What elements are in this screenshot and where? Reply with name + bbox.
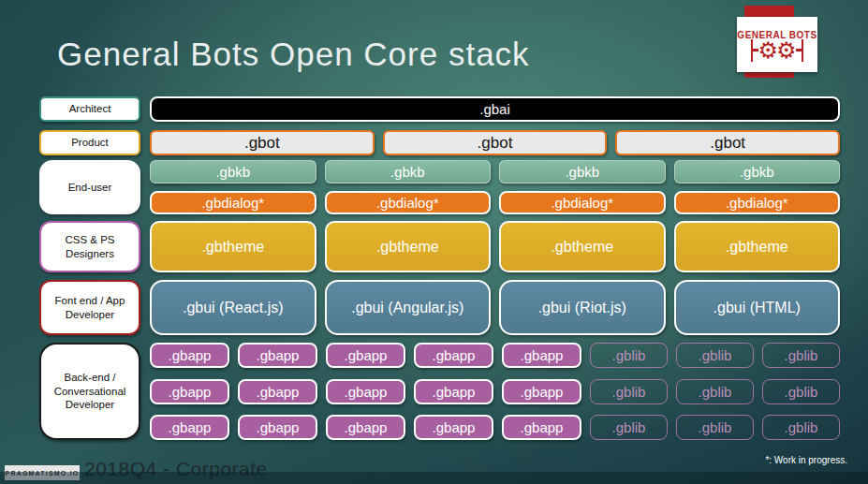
row-frontend: Font end / App Developer.gbui (React.js)… [39, 280, 840, 335]
row-end-user: End-user.gbkb.gbkb.gbkb.gbkb.gbdialog*.g… [39, 160, 840, 214]
row-label-product: Product [39, 130, 140, 155]
box-gblib: .gblib [762, 415, 840, 440]
work-in-progress-note: *: Work in progress. [765, 455, 847, 465]
box-gbkb: .gbkb [499, 160, 666, 183]
box-gbot: .gbot [383, 130, 608, 155]
box-gbapp: .gbapp [414, 379, 493, 404]
stack-line: .gbapp.gbapp.gbapp.gbapp.gbapp.gblib.gbl… [150, 343, 840, 368]
box-gbapp: .gbapp [150, 415, 229, 440]
box-gbapp: .gbapp [502, 415, 581, 440]
box-gbkb: .gbkb [150, 160, 316, 183]
row-content-architect: .gbai [150, 96, 840, 122]
row-content-backend: .gbapp.gbapp.gbapp.gbapp.gbapp.gblib.gbl… [150, 343, 840, 440]
gears-icon: ⚙ ⚙ [751, 39, 803, 62]
row-label-architect: Architect [39, 96, 140, 122]
row-content-product: .gbot.gbot.gbot [150, 130, 840, 155]
box-gbot: .gbot [150, 130, 375, 155]
row-label-designers: CSS & PS Designers [39, 221, 140, 272]
stack-line: .gbui (React.js).gbui (Angular.js).gbui … [150, 280, 840, 335]
row-backend: Back-end / Conversational Developer.gbap… [39, 343, 840, 440]
box-gbui: .gbui (HTML) [674, 280, 841, 335]
box-gbdialog: .gbdialog* [150, 191, 316, 214]
row-architect: Architect.gbai [39, 96, 840, 122]
box-gblib: .gblib [676, 379, 754, 404]
box-gbdialog: .gbdialog* [674, 191, 841, 214]
box-gbkb: .gbkb [674, 160, 841, 183]
stack-line: .gbtheme.gbtheme.gbtheme.gbtheme [150, 221, 840, 272]
box-gblib: .gblib [676, 415, 754, 440]
row-label-backend: Back-end / Conversational Developer [39, 343, 140, 440]
box-gbapp: .gbapp [502, 343, 581, 368]
box-gblib: .gblib [590, 379, 668, 404]
bottom-bar [0, 472, 868, 484]
box-gblib: .gblib [590, 343, 668, 368]
box-gbkb: .gbkb [325, 160, 492, 183]
stack-line: .gbapp.gbapp.gbapp.gbapp.gbapp.gblib.gbl… [150, 415, 840, 440]
row-content-end-user: .gbkb.gbkb.gbkb.gbkb.gbdialog*.gbdialog*… [150, 160, 840, 214]
box-gbapp: .gbapp [238, 343, 317, 368]
box-gblib: .gblib [762, 343, 840, 368]
box-gbapp: .gbapp [326, 343, 405, 368]
box-gbapp: .gbapp [150, 379, 229, 404]
row-content-designers: .gbtheme.gbtheme.gbtheme.gbtheme [150, 221, 840, 272]
box-gbapp: .gbapp [326, 379, 405, 404]
box-gbot: .gbot [615, 130, 840, 155]
box-gbapp: .gbapp [326, 415, 405, 440]
slide: General Bots Open Core stack GENERAL BOT… [0, 0, 868, 484]
box-gbapp: .gbapp [238, 379, 317, 404]
box-gbapp: .gbapp [150, 343, 229, 368]
row-label-frontend: Font end / App Developer [39, 280, 140, 335]
box-gbtheme: .gbtheme [325, 221, 492, 272]
box-gbai: .gbai [150, 96, 840, 122]
box-gbui: .gbui (Riot.js) [499, 280, 666, 335]
logo-bar-right [802, 39, 804, 62]
box-gbdialog: .gbdialog* [499, 191, 666, 214]
row-label-end-user: End-user [39, 160, 140, 214]
row-content-frontend: .gbui (React.js).gbui (Angular.js).gbui … [150, 280, 840, 335]
box-gblib: .gblib [762, 379, 840, 404]
box-gblib: .gblib [590, 415, 668, 440]
box-gbapp: .gbapp [414, 343, 493, 368]
gear-icon: ⚙ [758, 39, 778, 62]
stack-line: .gbkb.gbkb.gbkb.gbkb [150, 160, 840, 183]
stack-line: .gbot.gbot.gbot [150, 130, 840, 155]
box-gbui: .gbui (React.js) [150, 280, 316, 335]
box-gbtheme: .gbtheme [150, 221, 316, 272]
box-gbui: .gbui (Angular.js) [325, 280, 492, 335]
box-gbapp: .gbapp [502, 379, 581, 404]
general-bots-logo: GENERAL BOTS ⚙ ⚙ [737, 17, 817, 72]
box-gbtheme: .gbtheme [499, 221, 666, 272]
stack-line: .gbdialog*.gbdialog*.gbdialog*.gbdialog* [150, 191, 840, 214]
box-gblib: .gblib [676, 343, 754, 368]
row-designers: CSS & PS Designers.gbtheme.gbtheme.gbthe… [39, 221, 840, 272]
box-gbdialog: .gbdialog* [325, 191, 492, 214]
box-gbtheme: .gbtheme [674, 221, 841, 272]
stack-line: .gbapp.gbapp.gbapp.gbapp.gbapp.gblib.gbl… [150, 379, 840, 404]
row-product: Product.gbot.gbot.gbot [39, 130, 840, 155]
gear-icon: ⚙ [776, 39, 797, 62]
box-gbapp: .gbapp [238, 415, 317, 440]
stack-line: .gbai [150, 96, 840, 122]
page-title: General Bots Open Core stack [57, 36, 530, 73]
box-gbapp: .gbapp [414, 415, 493, 440]
